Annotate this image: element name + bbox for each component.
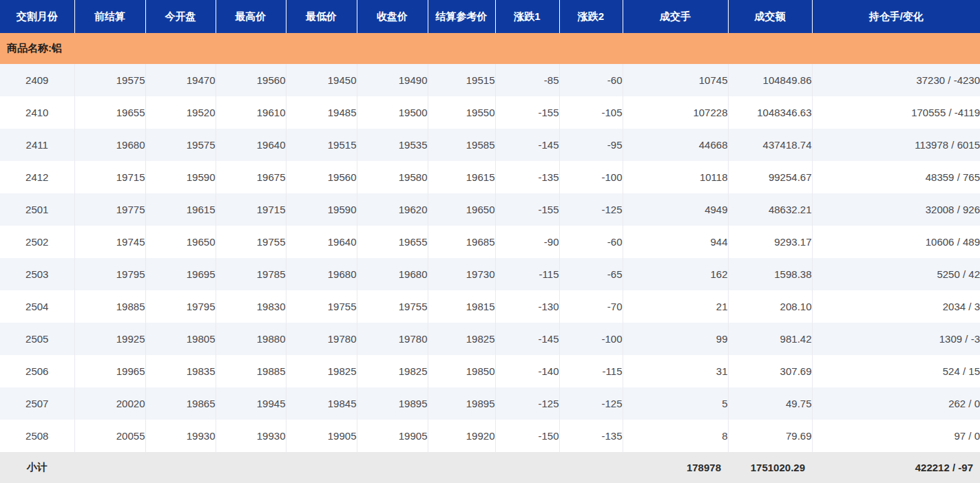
value-cell: 19965 bbox=[74, 355, 145, 387]
value-cell: 19920 bbox=[428, 420, 495, 452]
value-cell: 19575 bbox=[145, 129, 216, 161]
contract-row: 2410196551952019610194851950019550-155-1… bbox=[0, 96, 980, 129]
column-header-11: 持仓手/变化 bbox=[812, 0, 980, 33]
column-header-10: 成交额 bbox=[728, 0, 812, 33]
value-cell: -135 bbox=[495, 161, 559, 193]
value-cell: 19925 bbox=[74, 323, 145, 355]
delivery-month-cell: 2504 bbox=[0, 290, 74, 323]
value-cell: 19815 bbox=[428, 290, 495, 323]
value-cell: 48359 / 765 bbox=[812, 161, 980, 193]
value-cell: 31 bbox=[623, 355, 728, 387]
value-cell: 49.75 bbox=[728, 387, 812, 420]
value-cell: -85 bbox=[495, 64, 559, 96]
value-cell: 19795 bbox=[145, 290, 216, 323]
value-cell: 20055 bbox=[74, 420, 145, 452]
value-cell: -115 bbox=[559, 355, 623, 387]
value-cell: 19575 bbox=[74, 64, 145, 96]
value-cell: 19650 bbox=[145, 226, 216, 258]
value-cell: 2034 / 3 bbox=[812, 290, 980, 323]
value-cell: -100 bbox=[559, 161, 623, 193]
column-header-2: 今开盘 bbox=[145, 0, 216, 33]
contract-row: 2508200551993019930199051990519920-150-1… bbox=[0, 420, 980, 452]
value-cell: 19655 bbox=[74, 96, 145, 129]
value-cell: -130 bbox=[495, 290, 559, 323]
value-cell: 48632.21 bbox=[728, 193, 812, 226]
value-cell: 19520 bbox=[145, 96, 216, 129]
value-cell: 9293.17 bbox=[728, 226, 812, 258]
value-cell: 208.10 bbox=[728, 290, 812, 323]
value-cell: 19785 bbox=[216, 258, 286, 290]
value-cell: 19615 bbox=[145, 193, 216, 226]
value-cell: 19680 bbox=[286, 258, 357, 290]
value-cell: 19450 bbox=[286, 64, 357, 96]
column-header-9: 成交手 bbox=[623, 0, 728, 33]
contract-row: 2502197451965019755196401965519685-90-60… bbox=[0, 226, 980, 258]
value-cell: 19590 bbox=[145, 161, 216, 193]
value-cell: 19515 bbox=[286, 129, 357, 161]
value-cell: 170555 / -4119 bbox=[812, 96, 980, 129]
value-cell: 19695 bbox=[145, 258, 216, 290]
value-cell: 10606 / 489 bbox=[812, 226, 980, 258]
value-cell: 19865 bbox=[145, 387, 216, 420]
value-cell: 19715 bbox=[74, 161, 145, 193]
value-cell: 44668 bbox=[623, 129, 728, 161]
value-cell: 20020 bbox=[74, 387, 145, 420]
value-cell: 1048346.63 bbox=[728, 96, 812, 129]
contract-row: 2504198851979519830197551975519815-130-7… bbox=[0, 290, 980, 323]
value-cell: 8 bbox=[623, 420, 728, 452]
futures-quotes-table: 交割月份前结算今开盘最高价最低价收盘价结算参考价涨跌1涨跌2成交手成交额持仓手/… bbox=[0, 0, 980, 483]
value-cell: 19850 bbox=[428, 355, 495, 387]
value-cell: 19585 bbox=[428, 129, 495, 161]
value-cell: 19560 bbox=[216, 64, 286, 96]
value-cell: 19805 bbox=[145, 323, 216, 355]
header-row: 交割月份前结算今开盘最高价最低价收盘价结算参考价涨跌1涨跌2成交手成交额持仓手/… bbox=[0, 0, 980, 33]
value-cell: -125 bbox=[559, 387, 623, 420]
value-cell: -90 bbox=[495, 226, 559, 258]
value-cell: -125 bbox=[559, 193, 623, 226]
value-cell: 37230 / -4230 bbox=[812, 64, 980, 96]
value-cell: 19675 bbox=[216, 161, 286, 193]
value-cell: -140 bbox=[495, 355, 559, 387]
value-cell: 99254.67 bbox=[728, 161, 812, 193]
contract-row: 2505199251980519880197801978019825-145-1… bbox=[0, 323, 980, 355]
value-cell: 79.69 bbox=[728, 420, 812, 452]
futures-quotes-panel: 交割月份前结算今开盘最高价最低价收盘价结算参考价涨跌1涨跌2成交手成交额持仓手/… bbox=[0, 0, 980, 483]
delivery-month-cell: 2412 bbox=[0, 161, 74, 193]
value-cell: 5250 / 42 bbox=[812, 258, 980, 290]
value-cell: 19930 bbox=[145, 420, 216, 452]
value-cell: 19835 bbox=[145, 355, 216, 387]
value-cell: -105 bbox=[559, 96, 623, 129]
value-cell: -155 bbox=[495, 193, 559, 226]
value-cell: 97 / 0 bbox=[812, 420, 980, 452]
value-cell: 19515 bbox=[428, 64, 495, 96]
value-cell: 19680 bbox=[357, 258, 428, 290]
value-cell: -145 bbox=[495, 323, 559, 355]
value-cell: 19560 bbox=[286, 161, 357, 193]
value-cell: 19640 bbox=[286, 226, 357, 258]
value-cell: -100 bbox=[559, 323, 623, 355]
delivery-month-cell: 2501 bbox=[0, 193, 74, 226]
column-header-6: 结算参考价 bbox=[428, 0, 495, 33]
value-cell: 19880 bbox=[216, 323, 286, 355]
value-cell: 19905 bbox=[357, 420, 428, 452]
contract-row: 2411196801957519640195151953519585-145-9… bbox=[0, 129, 980, 161]
value-cell: 107228 bbox=[623, 96, 728, 129]
contract-row: 2507200201986519945198451989519895-125-1… bbox=[0, 387, 980, 420]
value-cell: 19680 bbox=[74, 129, 145, 161]
contract-row: 2501197751961519715195901962019650-155-1… bbox=[0, 193, 980, 226]
value-cell: 19730 bbox=[428, 258, 495, 290]
value-cell: 162 bbox=[623, 258, 728, 290]
value-cell: 262 / 0 bbox=[812, 387, 980, 420]
value-cell: 19620 bbox=[357, 193, 428, 226]
delivery-month-cell: 2409 bbox=[0, 64, 74, 96]
value-cell: -95 bbox=[559, 129, 623, 161]
value-cell: -65 bbox=[559, 258, 623, 290]
value-cell: 524 / 15 bbox=[812, 355, 980, 387]
value-cell: -145 bbox=[495, 129, 559, 161]
column-header-8: 涨跌2 bbox=[559, 0, 623, 33]
value-cell: -155 bbox=[495, 96, 559, 129]
value-cell: 19755 bbox=[286, 290, 357, 323]
value-cell: 19885 bbox=[216, 355, 286, 387]
value-cell: 19775 bbox=[74, 193, 145, 226]
value-cell: 19500 bbox=[357, 96, 428, 129]
